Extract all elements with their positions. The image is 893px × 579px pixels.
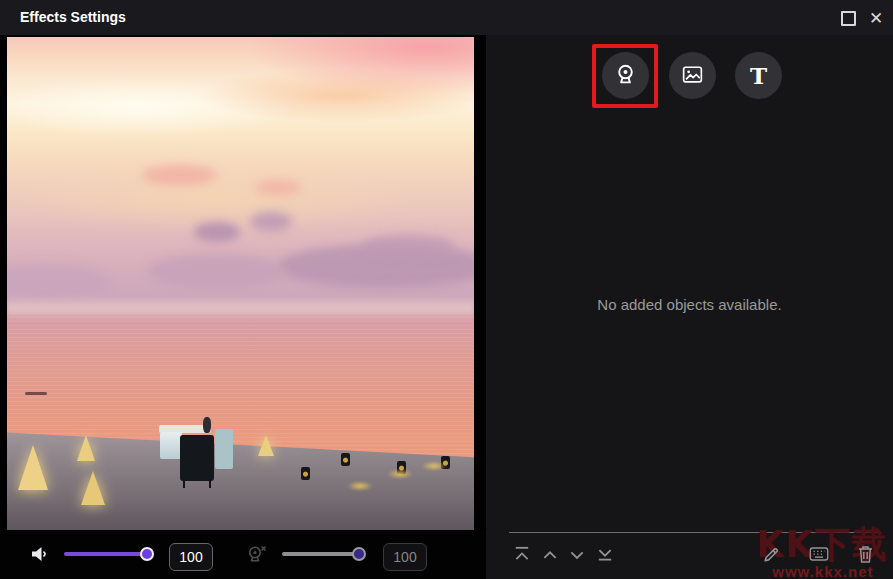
add-webcam-button[interactable] (602, 52, 649, 99)
move-down-icon (568, 545, 586, 563)
add-text-button[interactable]: T (735, 52, 782, 99)
beach-lantern (77, 432, 95, 461)
delete-icon (856, 544, 875, 564)
move-down-button[interactable] (566, 543, 588, 565)
beach-lantern (341, 453, 350, 466)
audio-control-bar: 100 100 (0, 530, 486, 579)
video-volume-slider[interactable] (64, 547, 152, 561)
maximize-button[interactable] (835, 5, 861, 31)
video-volume-value[interactable]: 100 (169, 543, 213, 571)
title-bar: Effects Settings ✕ (0, 0, 893, 35)
beach-lantern (258, 432, 274, 456)
speaker-icon (27, 541, 53, 567)
video-volume-slider-thumb[interactable] (140, 547, 154, 561)
move-to-bottom-button[interactable] (594, 543, 616, 565)
video-preview (7, 37, 474, 530)
delete-button[interactable] (854, 543, 876, 565)
close-icon: ✕ (869, 10, 883, 27)
beach-lantern (18, 442, 48, 490)
objects-panel: T No added objects available. (486, 35, 893, 579)
watermark-url: www.kkx.net (757, 564, 889, 579)
edit-icon (762, 545, 781, 564)
preview-section: 100 100 (0, 35, 486, 579)
toolbar-divider (509, 532, 877, 533)
webcam-muted-icon (242, 540, 270, 568)
keyboard-icon (808, 544, 830, 564)
empty-state-message: No added objects available. (486, 296, 893, 313)
keyboard-button[interactable] (808, 543, 830, 565)
move-up-icon (541, 545, 559, 563)
close-button[interactable]: ✕ (863, 5, 889, 31)
maximize-icon (841, 11, 856, 26)
webcam-volume-slider-thumb (352, 547, 366, 561)
webcam-icon (612, 61, 639, 91)
webcam-volume-value: 100 (383, 543, 427, 571)
move-to-top-icon (513, 545, 531, 563)
move-up-button[interactable] (539, 543, 561, 565)
beach-lantern (301, 467, 310, 480)
dinner-table (157, 415, 252, 485)
text-icon: T (750, 64, 767, 87)
window-title: Effects Settings (20, 0, 126, 35)
edit-button[interactable] (760, 543, 782, 565)
add-image-button[interactable] (669, 52, 716, 99)
move-to-top-button[interactable] (511, 543, 533, 565)
webcam-volume-slider (282, 547, 364, 561)
beach-lantern (81, 468, 105, 505)
image-icon (680, 62, 705, 90)
move-to-bottom-icon (596, 545, 614, 563)
preview-boat (25, 392, 47, 395)
